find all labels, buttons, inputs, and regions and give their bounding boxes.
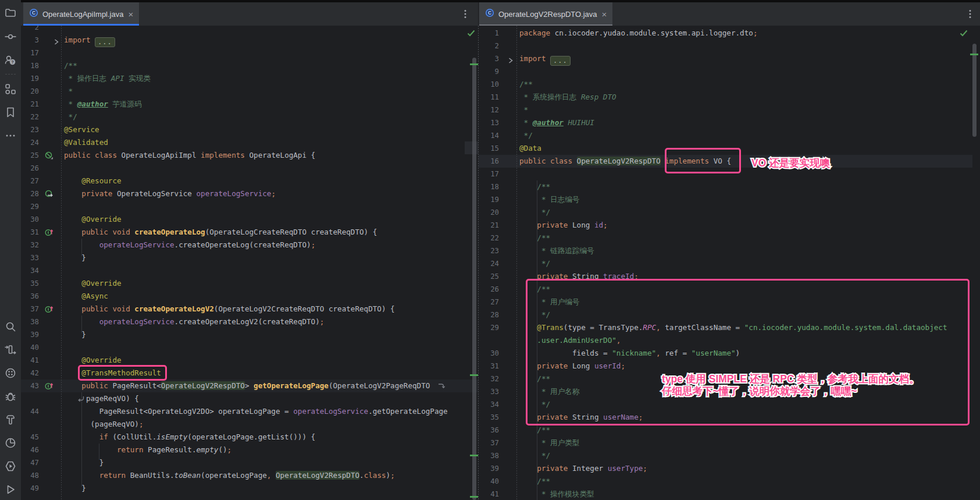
line-number: 37 [21,303,39,315]
code-text: } [64,456,104,469]
line-number: 35 [479,411,499,424]
code-with-me-icon[interactable]: ? [4,54,17,66]
line-number: 42 [21,367,39,380]
line-number: 21 [479,219,499,232]
code-text: @Async [64,290,108,303]
code-text: * 用户类型 [519,437,579,449]
search-icon[interactable] [4,320,17,333]
commit-icon[interactable] [4,30,17,43]
line-number: 9 [479,65,499,78]
svg-text:C: C [488,10,491,16]
tab-title: OperateLogV2RespDTO.java [498,10,597,19]
impl-gutter-icon[interactable] [45,382,54,391]
code-text: public PageResult<OperateLogV2RespDTO> g… [64,380,445,392]
vcs-change-mark [970,54,978,55]
build-icon[interactable] [4,413,17,426]
right-scrollbar-thumb[interactable] [972,44,977,137]
svg-text:?: ? [11,59,14,65]
line-number: 13 [479,116,499,129]
code-text: @Service [64,123,99,136]
line-number: 46 [21,444,39,456]
right-tab-options-icon[interactable] [964,8,976,20]
line-number: 34 [21,264,39,277]
inspections-ok-icon[interactable] [959,29,968,38]
code-text: /** [64,59,77,72]
line-number: 40 [479,475,499,488]
right-editor[interactable]: 1package cn.iocoder.yudao.module.system.… [479,26,980,500]
annotation-label-trans-line2: 仔细思考下~懂了，说明你就学会了，嘿嘿~ [662,385,857,398]
line-number: 12 [479,104,499,116]
code-text: * 操作模块类型 [519,488,594,500]
line-number: 27 [21,175,39,187]
tab-close-icon[interactable]: × [128,10,133,19]
code-text: * @author 芋道源码 [64,98,142,111]
line-number: 24 [479,257,499,270]
profiler-icon[interactable] [4,437,17,449]
line-number: 26 [479,283,499,296]
code-text: operateLogService.createOperateLog(creat… [64,239,315,251]
tab-operatelogv2respdto[interactable]: C OperateLogV2RespDTO.java × [479,2,612,26]
annotation-box-trans [526,279,970,425]
run-icon[interactable] [4,483,17,496]
code-text: private OperateLogService operateLogServ… [64,187,276,200]
bean-gutter-icon[interactable] [45,151,54,160]
vcs-change-mark [470,63,478,65]
line-number: 26 [21,162,39,175]
services-icon[interactable] [4,460,17,473]
line-number: 33 [21,251,39,264]
pane-divider[interactable] [478,26,479,500]
line-number: 41 [479,488,499,500]
line-number: 36 [21,290,39,303]
structure-icon[interactable] [4,83,17,95]
folded-code-badge[interactable]: ... [550,56,571,66]
code-text: import ... [519,52,571,66]
annotation-box-implements-vo [665,148,741,173]
left-tab-options-icon[interactable] [459,8,471,20]
fold-arrow-icon[interactable] [53,37,60,44]
line-number: 30 [479,347,499,360]
code-text: if (CollUtil.isEmpty(operateLogPage.getL… [64,431,315,444]
line-number: 38 [479,449,499,462]
more-tool-windows-icon[interactable] [4,129,17,142]
line-number: 19 [21,72,39,85]
svg-text:C: C [32,10,35,16]
impl-gutter-icon[interactable] [45,305,54,314]
code-text: } [64,251,86,264]
code-text: */ [519,257,550,270]
folded-code-badge[interactable]: ... [95,37,115,47]
vcs-change-mark [470,455,478,456]
fold-arrow-icon[interactable] [507,55,514,62]
endpoints-icon[interactable] [4,343,17,356]
problems-icon[interactable] [4,367,17,380]
left-scrollbar-thumb[interactable] [472,58,476,500]
vcs-change-mark [470,374,478,376]
stripe-separator [5,74,16,75]
code-text: * [64,85,73,98]
code-text: public void createOperateLogV2(OperateLo… [64,303,395,315]
line-number: 3 [479,52,499,65]
inspections-ok-icon[interactable] [466,29,476,38]
code-text: /** [519,232,550,244]
bookmarks-icon[interactable] [4,106,17,119]
line-number: 36 [479,424,499,437]
line-number: 33 [479,385,499,398]
debug-icon[interactable] [4,390,17,403]
tab-operatelogapiimpl[interactable]: C OperateLogApiImpl.java × [23,2,139,26]
code-text: } [64,328,86,341]
project-folder-icon[interactable] [4,6,17,19]
line-number: 15 [479,142,499,155]
left-editor[interactable]: 23import ...1718/**19 * 操作日志 API 实现类20 *… [21,26,478,500]
line-number: 30 [21,213,39,226]
code-text: */ [519,449,550,462]
autowired-gutter-icon[interactable] [45,190,54,198]
code-text: */ [64,111,77,123]
ide-window: ? [0,0,980,500]
activity-bar: ? [0,0,21,500]
soft-wrap-icon [438,382,445,389]
code-text: operateLogService.createOperateLogV2(cre… [64,315,324,328]
right-gutter-separator [516,26,517,500]
impl-gutter-icon[interactable] [45,228,54,237]
line-number: 18 [21,59,39,72]
tab-close-icon[interactable]: × [602,10,607,19]
annotation-label-trans-line1: type 使用 SIMPLE 还是 RPC 类型，参考我上面的文档。 [662,373,919,385]
